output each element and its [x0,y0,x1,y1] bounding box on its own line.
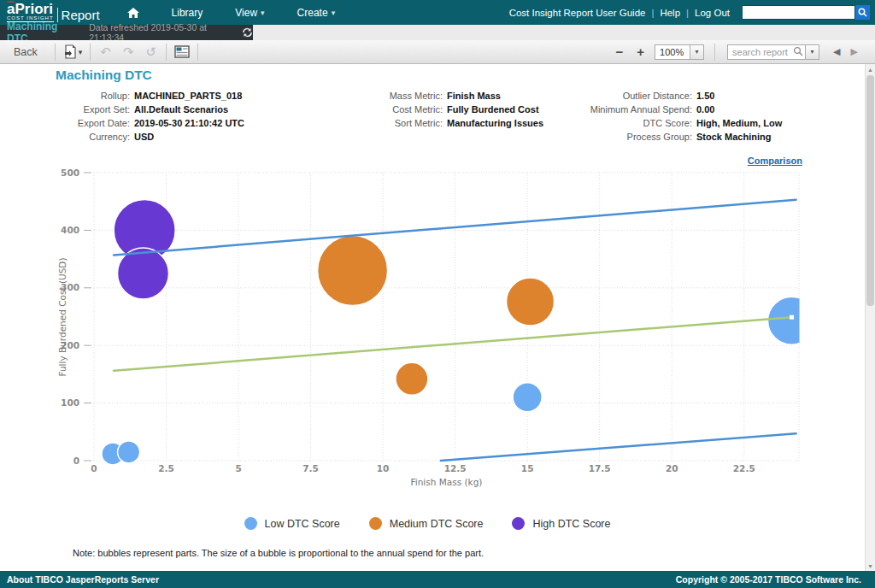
next-page-button[interactable]: ▶ [846,46,863,57]
navbar-right: Cost Insight Report User Guide | Help | … [509,5,875,20]
meta-row: Export Date: 2019-05-30 21:10:42 UTC [15,116,244,130]
scroll-down-button[interactable]: ▼ [866,561,875,571]
comparison-link[interactable]: Comparison [748,156,802,166]
zoom-out-button[interactable]: − [609,44,631,59]
menu-library[interactable]: Library [172,7,203,19]
svg-text:7.5: 7.5 [302,463,319,473]
bookmarks-panel-icon [174,45,190,58]
redo-button[interactable]: ↷ [117,44,140,60]
footer-bar: About TIBCO JasperReports Server Copyrig… [0,571,875,588]
legend-item-medium: Medium DTC Score [369,517,484,530]
toolbar-separator [166,44,167,61]
home-button[interactable] [127,8,139,18]
zoom-level-control: 100% ▾ [655,44,704,60]
help-link[interactable]: Help [660,8,680,18]
global-search [742,5,870,20]
svg-text:5: 5 [235,463,241,473]
undo-all-button[interactable]: ↺ [139,44,162,60]
svg-text:17.5: 17.5 [589,463,611,473]
meta-row: Minimum Annual Spend: 0.00 [511,103,782,116]
legend-item-low: Low DTC Score [244,517,340,530]
logout-link[interactable]: Log Out [695,8,730,18]
chevron-down-icon: ▾ [332,9,336,17]
toolbar-separator [90,44,91,61]
meta-row: Process Group: Stock Machining [511,130,782,144]
svg-text:500: 500 [61,168,79,178]
medium-dtc-swatch-icon [369,517,382,530]
svg-text:20: 20 [666,463,678,473]
search-icon [793,46,803,56]
apriori-logo: aPriori COST INSIGHT Report [7,3,100,22]
logo-red-accent [7,1,15,4]
back-button[interactable]: Back [0,43,51,62]
refresh-icon [242,27,253,38]
svg-text:0: 0 [91,463,97,473]
meta-row: Currency: USD [15,130,244,144]
chevron-down-icon: ▾ [811,48,814,56]
global-search-button[interactable] [855,5,870,20]
svg-text:10: 10 [377,463,390,473]
top-navbar: aPriori COST INSIGHT Report Library View… [0,0,875,25]
svg-text:15: 15 [521,463,534,473]
export-button[interactable]: ▾ [59,43,87,61]
svg-text:100: 100 [61,397,79,408]
about-link[interactable]: About TIBCO JasperReports Server [7,574,159,585]
previous-page-button[interactable]: ◀ [828,46,845,57]
meta-row: Mass Metric: Finish Mass [282,89,543,103]
export-icon [63,44,77,59]
svg-text:400: 400 [61,225,79,235]
home-icon [127,8,139,18]
zoom-in-button[interactable]: + [630,44,651,59]
report-search-control: ▾ [727,44,819,60]
menu-create[interactable]: Create ▾ [297,7,336,19]
refresh-button[interactable] [242,27,253,38]
meta-row: Cost Metric: Fully Burdened Cost [282,103,543,116]
chart-legend: Low DTC Score Medium DTC Score High DTC … [0,517,854,530]
vertical-scrollbar: ▲ ▼ [865,64,875,571]
copyright-text: Copyright © 2005-2017 TIBCO Software Inc… [676,574,861,585]
meta-column-right: Outlier Distance: 1.50 Minimum Annual Sp… [511,89,782,144]
chevron-down-icon: ▾ [696,48,699,56]
svg-text:Fully Burdened Cost (USD): Fully Burdened Cost (USD) [57,257,68,376]
bookmarks-toggle-button[interactable] [170,44,194,60]
svg-text:12.5: 12.5 [444,463,467,473]
svg-text:Finish Mass (kg): Finish Mass (kg) [411,477,483,487]
chevron-down-icon: ▾ [261,9,265,17]
search-icon [858,8,867,17]
zoom-level-dropdown-button[interactable]: ▾ [690,44,704,60]
toolbar-separator [55,44,56,61]
meta-column-left: Rollup: MACHINED_PARTS_018 Export Set: A… [15,89,244,144]
meta-row: Outlier Distance: 1.50 [511,89,782,103]
meta-row: DTC Score: High, Medium, Low [511,116,782,130]
app-window: aPriori COST INSIGHT Report Library View… [0,0,875,588]
global-search-input[interactable] [742,5,855,20]
logo-text: aPriori [7,3,54,15]
bubble-chart-svg: 010020030040050002.557.51012.51517.52022… [0,167,859,502]
svg-text:22.5: 22.5 [733,463,755,473]
chart-note: Note: bubbles represent parts. The size … [73,548,484,558]
toolbar-separator [197,44,198,61]
menu-view[interactable]: View ▾ [235,7,264,19]
main-menu: Library View ▾ Create ▾ [139,7,336,19]
scroll-up-button[interactable]: ▲ [866,64,875,74]
high-dtc-swatch-icon [512,517,525,530]
meta-row: Sort Metric: Manufacturing Issues [282,116,543,130]
bubble-chart: 010020030040050002.557.51012.51517.52022… [0,167,859,502]
user-guide-link[interactable]: Cost Insight Report User Guide [509,8,646,18]
svg-text:2.5: 2.5 [158,463,174,473]
toolbar-separator [714,44,715,61]
export-caret-icon: ▾ [79,48,83,56]
search-options-dropdown-button[interactable]: ▾ [806,44,819,60]
zoom-level-value[interactable]: 100% [655,44,690,60]
legend-item-high: High DTC Score [512,517,610,530]
scrollbar-thumb[interactable] [866,75,874,306]
svg-text:0: 0 [73,456,79,466]
viewer-toolbar: Back ▾ ↶ ↷ ↺ − + [0,40,875,64]
page-title: Machining DTC [56,68,152,83]
meta-row: Export Set: All.Default Scenarios [15,103,244,116]
undo-button[interactable]: ↶ [94,44,117,60]
meta-row: Rollup: MACHINED_PARTS_018 [15,89,244,103]
link-separator: | [686,8,689,18]
report-canvas: Machining DTC Rollup: MACHINED_PARTS_018… [0,64,865,571]
report-tab: Machining DTC Data refreshed 2019-05-30 … [0,25,253,40]
